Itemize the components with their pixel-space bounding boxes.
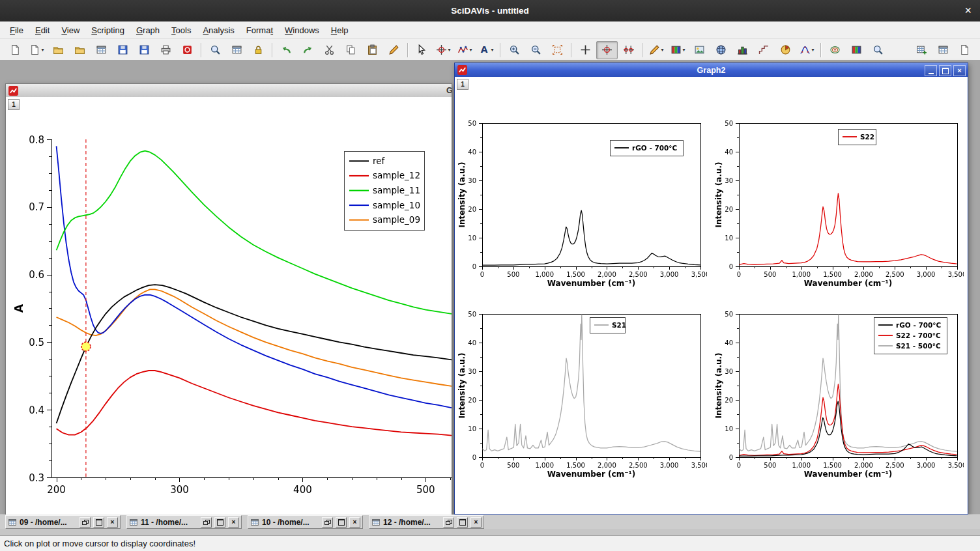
density-plot-button[interactable] — [846, 41, 867, 59]
new-aspect-icon — [29, 44, 40, 55]
select-data-range-button[interactable] — [618, 41, 639, 59]
contour-plot-button[interactable] — [824, 41, 846, 59]
density-plot-icon — [851, 44, 862, 55]
screen-reader-button[interactable] — [575, 41, 596, 59]
plot-pie-button[interactable] — [775, 41, 796, 59]
graph1-titlebar[interactable]: Graph1 — [6, 84, 452, 98]
new-table-button[interactable] — [911, 41, 932, 59]
plot-3d-button[interactable] — [710, 41, 732, 59]
close-button[interactable]: × — [953, 65, 966, 76]
menu-windows[interactable]: Windows — [279, 23, 325, 38]
maximize-button[interactable] — [939, 65, 951, 76]
menu-graph[interactable]: Graph — [130, 23, 166, 38]
new-project-button[interactable] — [5, 41, 26, 59]
fit-wizard-button[interactable]: ▾ — [796, 41, 818, 59]
new-matrix-button[interactable] — [932, 41, 954, 59]
tab-maximize-button[interactable] — [457, 517, 468, 528]
redo-button[interactable] — [297, 41, 319, 59]
tab-close-button[interactable]: × — [107, 517, 118, 528]
tab-restore-button[interactable] — [201, 517, 212, 528]
new-note-button[interactable] — [954, 41, 975, 59]
menu-analysis[interactable]: Analysis — [197, 23, 240, 38]
maximize-icon — [217, 519, 223, 526]
save-template-button[interactable] — [134, 41, 155, 59]
plot-bars-button[interactable] — [732, 41, 753, 59]
tab-close-button[interactable]: × — [228, 517, 239, 528]
tab-close-button[interactable]: × — [349, 517, 360, 528]
menu-file[interactable]: File — [4, 23, 29, 38]
data-reader-button[interactable] — [596, 41, 618, 59]
menu-format[interactable]: Format — [240, 23, 279, 38]
bottom-strip — [0, 529, 980, 535]
raman-combined-plot-canvas[interactable] — [713, 289, 964, 485]
raman-s22-plot-canvas[interactable] — [713, 98, 964, 294]
menu-tools[interactable]: Tools — [166, 23, 197, 38]
raman-s21-plot-canvas[interactable] — [456, 289, 707, 485]
cut-button[interactable] — [319, 41, 340, 59]
pointer-button[interactable] — [411, 41, 433, 59]
tab-label: 11 - /home/... — [141, 518, 198, 527]
draw-arrow-button[interactable]: ▾ — [646, 41, 667, 59]
taskbar-tab-1[interactable]: 09 - /home/...× — [5, 515, 121, 529]
print-icon — [160, 44, 171, 55]
new-aspect-button[interactable]: ▾ — [26, 41, 48, 59]
show-table-icon — [231, 44, 242, 55]
layer-button[interactable]: 1 — [8, 99, 20, 110]
tab-restore-button[interactable] — [443, 517, 454, 528]
add-image-button[interactable] — [689, 41, 710, 59]
add-text-button[interactable]: ▾ — [476, 41, 497, 59]
graph2-content: 1 — [455, 77, 968, 514]
tab-maximize-button[interactable] — [336, 517, 347, 528]
graph2-titlebar[interactable]: Graph2 × — [455, 63, 968, 77]
show-table-button[interactable] — [226, 41, 248, 59]
menu-help[interactable]: Help — [325, 23, 354, 38]
copy-button[interactable] — [340, 41, 362, 59]
app-close-button[interactable]: × — [964, 0, 972, 21]
menu-view[interactable]: View — [55, 23, 85, 38]
new-project-icon — [10, 44, 21, 55]
color-map-button[interactable]: ▾ — [667, 41, 689, 59]
raman-rgo-plot-canvas[interactable] — [456, 98, 707, 294]
import-ascii-button[interactable] — [91, 41, 112, 59]
rescale-to-show-all-button[interactable] — [547, 41, 568, 59]
pick-data-button[interactable]: ▾ — [433, 41, 454, 59]
redo-icon — [302, 44, 313, 55]
zoom-in-button[interactable] — [504, 41, 525, 59]
window-icon — [8, 85, 19, 96]
draw-lines-button[interactable]: ▾ — [454, 41, 476, 59]
layer-button[interactable]: 1 — [457, 79, 468, 90]
plot-wizard-button[interactable] — [867, 41, 889, 59]
tab-maximize-button[interactable] — [93, 517, 104, 528]
open-project-button[interactable] — [48, 41, 69, 59]
maximize-icon — [96, 519, 102, 526]
toolbar-separator — [272, 43, 273, 57]
export-pdf-button[interactable] — [177, 41, 198, 59]
app-titlebar[interactable]: SciDAVis - untitled × — [0, 0, 980, 21]
open-template-button[interactable] — [69, 41, 91, 59]
zoom-out-button[interactable] — [525, 41, 547, 59]
menu-edit[interactable]: Edit — [29, 23, 55, 38]
print-button[interactable] — [155, 41, 177, 59]
minimize-button[interactable] — [925, 65, 937, 76]
taskbar-tab-2[interactable]: 11 - /home/...× — [126, 515, 242, 529]
tab-close-button[interactable]: × — [470, 517, 482, 528]
project-explorer-button[interactable] — [205, 41, 226, 59]
paste-button[interactable] — [362, 41, 383, 59]
tab-restore-button[interactable] — [322, 517, 333, 528]
lock-toolbars-icon — [253, 44, 264, 55]
window-taskbar: 09 - /home/...×11 - /home/...×10 - /home… — [0, 515, 980, 529]
tab-maximize-button[interactable] — [214, 517, 225, 528]
undo-button[interactable] — [276, 41, 297, 59]
menu-scripting[interactable]: Scripting — [85, 23, 130, 38]
open-script-button[interactable] — [383, 41, 405, 59]
chevron-down-icon: ▾ — [682, 47, 685, 53]
cut-icon — [324, 44, 335, 55]
tab-restore-button[interactable] — [79, 517, 91, 528]
new-matrix-icon — [938, 44, 949, 55]
save-project-button[interactable] — [112, 41, 134, 59]
uvvis-plot-canvas[interactable] — [6, 97, 452, 516]
taskbar-tab-4[interactable]: 12 - /home/...× — [369, 515, 484, 529]
lock-toolbars-button[interactable] — [248, 41, 269, 59]
taskbar-tab-3[interactable]: 10 - /home/...× — [248, 515, 363, 529]
plot-steps-button[interactable] — [753, 41, 775, 59]
